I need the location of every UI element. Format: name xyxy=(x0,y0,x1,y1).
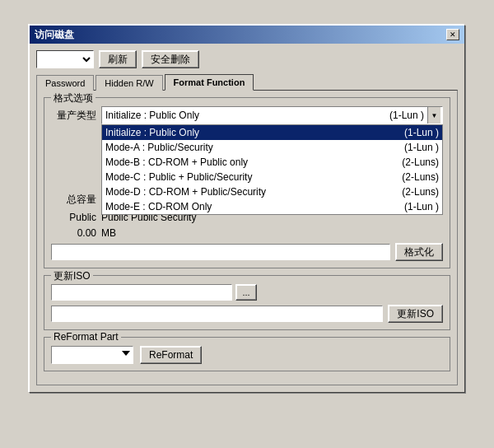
dropdown-item-text-4: Mode-D : CD-ROM + Public/Security xyxy=(105,186,394,198)
dropdown-item-tag-3: (2-Luns) xyxy=(402,171,439,183)
format-options-inner: 量产类型 Initialize : Public Only (1-Lun ) ▼… xyxy=(51,106,443,261)
reformat-button[interactable]: ReFormat xyxy=(140,346,202,364)
public-label: Public xyxy=(51,212,96,223)
dropdown-item-0[interactable]: Initialize : Public Only (1-Lun ) xyxy=(102,125,442,140)
iso-status-input[interactable] xyxy=(51,306,383,322)
dropdown-item-3[interactable]: Mode-C : Public + Public/Security (2-Lun… xyxy=(102,170,442,184)
reformat-title: ReFormat Part xyxy=(51,331,121,343)
tab-hidden-rw[interactable]: Hidden R/W xyxy=(96,75,162,91)
refresh-button[interactable]: 刷新 xyxy=(99,50,137,68)
value-label: 0.00 xyxy=(51,227,96,239)
dropdown-selected-text: Initialize : Public Only xyxy=(104,110,389,121)
dropdown-item-tag-0: (1-Lun ) xyxy=(404,127,439,138)
dropdown-item-text-3: Mode-C : Public + Public/Security xyxy=(105,171,394,183)
format-button[interactable]: 格式化 xyxy=(395,243,443,261)
reformat-dropdown-wrapper xyxy=(51,346,133,364)
tab-password[interactable]: Password xyxy=(36,75,94,91)
dropdown-popup[interactable]: Initialize : Public Only (1-Lun ) Mode-A… xyxy=(101,124,443,215)
iso-browse-button[interactable]: ... xyxy=(235,284,257,301)
tab-content: 格式选项 量产类型 Initialize : Public Only (1-Lu… xyxy=(36,90,458,385)
format-text-input[interactable] xyxy=(51,244,390,260)
value-row: 0.00 MB xyxy=(51,227,443,239)
iso-title: 更新ISO xyxy=(51,269,93,283)
dropdown-item-tag-1: (1-Lun ) xyxy=(404,142,439,153)
dropdown-item-text-5: Mode-E : CD-ROM Only xyxy=(105,201,396,212)
format-options-group: 格式选项 量产类型 Initialize : Public Only (1-Lu… xyxy=(44,97,450,268)
format-action-row: 格式化 xyxy=(51,243,443,261)
reformat-select[interactable] xyxy=(51,346,133,364)
total-capacity-label: 总容量 xyxy=(51,193,96,207)
window-body: 刷新 安全删除 Password Hidden R/W Format Funct… xyxy=(30,44,464,392)
iso-path-input[interactable] xyxy=(51,284,232,301)
tab-format-function[interactable]: Format Function xyxy=(165,74,254,91)
dropdown-item-tag-2: (2-Luns) xyxy=(402,156,439,168)
format-options-title: 格式选项 xyxy=(51,91,96,105)
iso-section: 更新ISO ... 更新ISO xyxy=(44,275,450,330)
close-button[interactable]: ✕ xyxy=(446,29,459,40)
title-bar-controls: ✕ xyxy=(446,29,459,40)
reformat-row: ReFormat xyxy=(51,346,443,364)
product-type-dropdown[interactable]: Initialize : Public Only (1-Lun ) ▼ xyxy=(101,106,443,124)
dropdown-item-4[interactable]: Mode-D : CD-ROM + Public/Security (2-Lun… xyxy=(102,184,442,199)
dropdown-item-1[interactable]: Mode-A : Public/Security (1-Lun ) xyxy=(102,140,442,155)
title-bar: 访问磁盘 ✕ xyxy=(30,26,464,44)
dropdown-item-tag-4: (2-Luns) xyxy=(402,186,439,198)
mb-label: MB xyxy=(101,227,116,239)
tab-strip: Password Hidden R/W Format Function xyxy=(36,73,458,90)
iso-browse-row: ... xyxy=(51,284,443,301)
security-delete-button[interactable]: 安全删除 xyxy=(142,50,199,68)
dropdown-item-tag-5: (1-Lun ) xyxy=(404,201,439,212)
main-window: 访问磁盘 ✕ 刷新 安全删除 Password Hidden R/W Forma… xyxy=(29,25,465,393)
dropdown-item-text-1: Mode-A : Public/Security xyxy=(105,142,396,153)
product-type-row: 量产类型 Initialize : Public Only (1-Lun ) ▼… xyxy=(51,106,443,124)
iso-update-button[interactable]: 更新ISO xyxy=(388,305,443,323)
dropdown-arrow-icon[interactable]: ▼ xyxy=(427,107,440,124)
reformat-section: ReFormat Part ReFormat xyxy=(44,337,450,371)
product-type-label: 量产类型 xyxy=(51,109,96,123)
device-dropdown[interactable] xyxy=(36,50,94,68)
dropdown-container: Initialize : Public Only (1-Lun ) ▼ Init… xyxy=(101,106,443,124)
window-title: 访问磁盘 xyxy=(35,28,74,42)
dropdown-item-2[interactable]: Mode-B : CD-ROM + Public only (2-Luns) xyxy=(102,155,442,170)
dropdown-item-5[interactable]: Mode-E : CD-ROM Only (1-Lun ) xyxy=(102,199,442,214)
dropdown-item-text-2: Mode-B : CD-ROM + Public only xyxy=(105,156,394,168)
iso-inner: ... 更新ISO xyxy=(51,284,443,323)
iso-action-row: 更新ISO xyxy=(51,305,443,323)
dropdown-selected-tag: (1-Lun ) xyxy=(389,110,424,121)
dropdown-item-text-0: Initialize : Public Only xyxy=(105,127,396,138)
top-controls: 刷新 安全删除 xyxy=(36,50,458,68)
